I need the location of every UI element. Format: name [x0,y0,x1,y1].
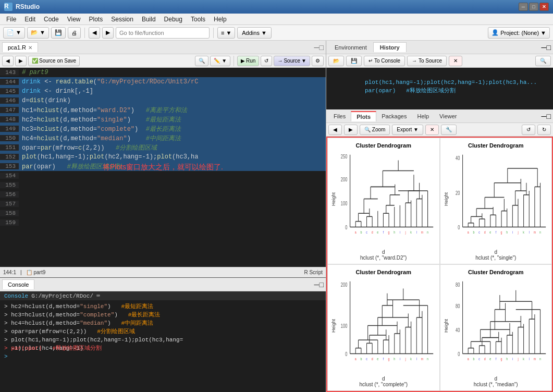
menu-tools[interactable]: Tools [187,15,210,24]
console-line-0: > hc2=hclust(d,method="single") #最短距离法 [4,302,322,311]
new-file-button[interactable]: 📄 ▼ [3,27,25,39]
editor-maximize[interactable]: □ [319,43,324,52]
plots-refresh-fwd-btn[interactable]: ↻ [537,125,551,135]
rerun-button[interactable]: ↺ [261,56,272,66]
save-history-btn[interactable]: 💾 [346,56,362,66]
env-minimize[interactable]: ─ [542,43,547,52]
tab-files[interactable]: Files [328,112,351,121]
plots-minimize[interactable]: ─ [542,112,547,120]
project-button[interactable]: 👤 Project: (None) ▼ [488,27,550,39]
print-button[interactable]: 🖨 [68,27,81,39]
editor-tab-close[interactable]: ✕ [28,45,32,51]
maximize-button[interactable]: □ [529,3,538,11]
tab-environment[interactable]: Environment [328,43,373,52]
code-line-156: 156 [0,190,326,199]
delete-history-btn[interactable]: ✕ [449,56,462,66]
forward-button[interactable]: ▶ [102,27,114,39]
line-content: opar=par(mfrow=c(2,2)) #分割绘图区域 [19,143,157,152]
save-button[interactable]: 💾 [51,27,66,39]
open-file-button[interactable]: 📂 ▼ [27,27,49,39]
tab-help[interactable]: Help [412,112,434,121]
editor-minimize[interactable]: ─ [314,43,319,52]
options-button[interactable]: ⚙ [312,56,324,66]
svg-text:l: l [529,357,530,361]
menu-file[interactable]: File [2,15,20,24]
menu-build[interactable]: Build [138,15,160,24]
svg-text:g: g [388,357,390,361]
delete-plot-btn[interactable]: ✕ [425,125,439,135]
line-number: 154 [0,173,19,179]
svg-text:m: m [533,357,536,361]
console-terminal-icon: ⌨ [96,292,100,299]
plot-options-btn[interactable]: 🔧 [441,125,457,135]
svg-text:k: k [410,357,412,361]
close-button[interactable]: ✕ [539,3,549,11]
code-editor[interactable]: 143# part9144drink <- read.table("G:/myP… [0,68,326,267]
tab-history[interactable]: History [373,42,407,52]
svg-text:250: 250 [341,154,347,160]
console-content[interactable]: > hc2=hclust(d,method="single") #最短距离法> … [0,300,326,392]
y-label-4: Height [444,277,449,374]
address-input[interactable] [116,27,210,39]
tab-viewer[interactable]: Viewer [434,112,462,121]
svg-text:g: g [388,230,390,235]
plots-maximize[interactable]: □ [547,112,551,120]
menu-code[interactable]: Code [40,15,63,24]
app-title: RStudio [16,3,40,10]
svg-text:n: n [427,230,428,234]
code-line-145: 145drink <- drink[,-1] [0,87,326,96]
export-btn[interactable]: Export ▼ [392,125,423,135]
zoom-btn[interactable]: 🔍 Zoom [360,125,390,135]
source-on-save-button[interactable]: ✅ Source on Save [28,56,80,66]
load-btn[interactable]: 📂 [328,56,344,66]
tab-packages[interactable]: Packages [376,112,412,121]
run-button[interactable]: ▶ Run [237,56,259,66]
menu-view[interactable]: View [63,15,85,24]
console-minimize[interactable]: ─ [314,280,319,289]
svg-text:0: 0 [458,351,460,358]
editor-tab-bar: pca1.R ✕ ─ □ [0,41,326,54]
svg-text:h: h [506,357,508,361]
editor-tab-pca1[interactable]: pca1.R ✕ [2,42,38,52]
back-button[interactable]: ◀ [89,27,100,39]
to-console-btn[interactable]: ↵ To Console [364,56,405,66]
left-panel: pca1.R ✕ ─ □ ◀ ▶ ✅ Source on Save 🔍 ✏️ ▼ [0,41,326,392]
svg-text:h: h [506,230,508,234]
console-maximize[interactable]: □ [319,280,324,289]
console-line-6: > [4,352,322,361]
plots-forward-btn[interactable]: ▶ [344,125,358,135]
editor-area: pca1.R ✕ ─ □ ◀ ▶ ✅ Source on Save 🔍 ✏️ ▼ [0,41,326,277]
line-number: 155 [0,182,19,188]
console-tab[interactable]: Console [2,279,34,289]
console-label: Console [4,293,28,299]
spell-check-button[interactable]: ✏️ ▼ [210,56,230,66]
to-source-btn[interactable]: → To Source [407,56,447,66]
search-history-btn[interactable]: 🔍 [535,56,551,66]
svg-text:e: e [377,357,378,361]
source-button[interactable]: → Source ▼ [274,56,310,66]
plot-title-3: Cluster Dendrogram [356,269,411,275]
svg-text:a: a [467,357,469,361]
plot-subtitle-4: d hclust (*, "median") [474,376,518,387]
plots-refresh-back-btn[interactable]: ↺ [522,125,535,135]
editor-toolbar: ◀ ▶ ✅ Source on Save 🔍 ✏️ ▼ ▶ Run ↺ → So… [0,54,326,68]
search-button[interactable]: 🔍 [195,56,208,66]
line-content: plot(hc1,hang=-1);plot(hc2,hang=-1);plot… [19,153,199,161]
env-maximize[interactable]: □ [547,43,551,52]
menu-debug[interactable]: Debug [160,15,187,24]
menu-help[interactable]: Help [210,15,231,24]
cursor-position: 144:1 [3,270,16,275]
plot-title-4: Cluster Dendrogram [468,269,523,275]
addins-button[interactable]: Addins ▼ [237,27,272,39]
menu-session[interactable]: Session [107,15,138,24]
tab-plots[interactable]: Plots [351,111,376,121]
menu-edit[interactable]: Edit [20,15,40,24]
plots-back-btn[interactable]: ◀ [328,125,342,135]
chunk-button[interactable]: ≡ ▼ [217,27,235,39]
menu-bar: File Edit Code View Plots Session Build … [0,14,553,25]
env-history-section: Environment History ─ □ 📂 💾 ↵ To Console… [326,41,553,109]
nav-forward-button[interactable]: ▶ [15,56,27,66]
minimize-button[interactable]: ─ [519,3,528,11]
menu-plots[interactable]: Plots [85,15,107,24]
nav-back-button[interactable]: ◀ [2,56,14,66]
